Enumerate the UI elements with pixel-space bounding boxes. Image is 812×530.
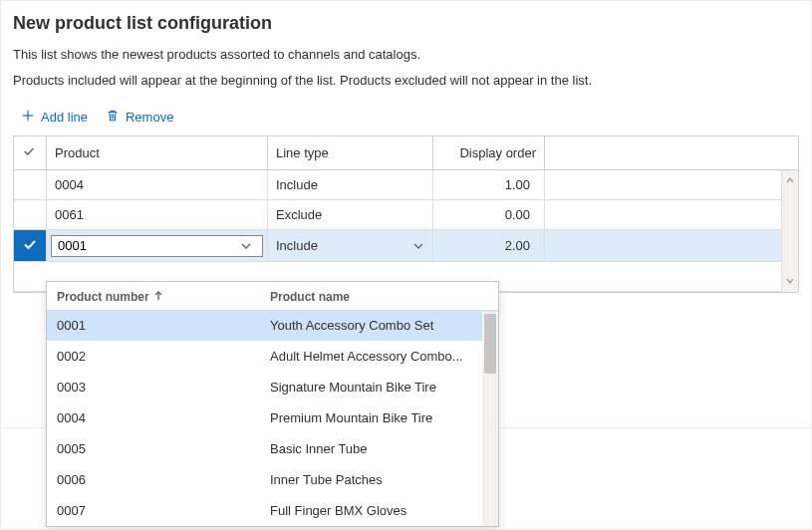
- dropdown-col-number-label: Product number: [57, 290, 149, 304]
- product-grid: Product Line type Display order 0004 Inc…: [14, 136, 798, 292]
- table-row[interactable]: 0004 Include 1.00: [14, 170, 798, 200]
- dropdown-item-name: Basic Inner Tube: [270, 441, 488, 456]
- dropdown-header: Product number Product name: [47, 282, 498, 310]
- remove-button[interactable]: Remove: [106, 109, 173, 126]
- chevron-down-icon[interactable]: [240, 240, 252, 252]
- linetype-cell[interactable]: Include: [268, 170, 433, 200]
- toolbar: Add line Remove: [1, 93, 811, 135]
- sort-ascending-icon: [153, 290, 163, 304]
- chevron-down-icon[interactable]: [412, 240, 424, 252]
- dropdown-item[interactable]: 0002 Adult Helmet Accessory Combo...: [47, 341, 498, 372]
- product-cell[interactable]: 0004: [47, 170, 268, 200]
- order-cell[interactable]: 0.00: [433, 200, 545, 230]
- dropdown-item-number: 0004: [57, 410, 270, 425]
- spacer-cell: [545, 200, 799, 230]
- product-lookup-dropdown[interactable]: Product number Product name 0001 Youth A…: [46, 281, 499, 527]
- dropdown-item-name: Full Finger BMX Gloves: [270, 503, 488, 518]
- table-row[interactable]: 0061 Exclude 0.00: [14, 200, 798, 230]
- dropdown-item[interactable]: 0003 Signature Mountain Bike Tire: [47, 372, 498, 402]
- dropdown-item-number: 0005: [57, 441, 270, 456]
- scroll-down-icon[interactable]: [785, 274, 795, 289]
- product-input[interactable]: [58, 238, 240, 253]
- row-select-cell[interactable]: [14, 230, 47, 262]
- check-icon: [22, 144, 36, 161]
- dropdown-item-name: Adult Helmet Accessory Combo...: [270, 349, 488, 364]
- select-all-header[interactable]: [14, 136, 47, 170]
- page-description-line2: Products included will appear at the beg…: [1, 68, 811, 94]
- spacer-cell: [545, 230, 799, 262]
- scrollbar-thumb[interactable]: [484, 314, 496, 374]
- dropdown-item[interactable]: 0001 Youth Accessory Combo Set: [47, 310, 498, 341]
- check-icon: [22, 240, 38, 255]
- column-header-order[interactable]: Display order: [433, 136, 545, 170]
- table-row[interactable]: Include 2.00: [14, 230, 798, 262]
- dropdown-item-name: Youth Accessory Combo Set: [270, 318, 488, 333]
- scroll-up-icon[interactable]: [785, 173, 795, 188]
- dropdown-column-name[interactable]: Product name: [270, 290, 488, 304]
- plus-icon: [21, 109, 35, 126]
- dropdown-item-name: Inner Tube Patches: [270, 472, 488, 487]
- dropdown-column-number[interactable]: Product number: [57, 290, 270, 304]
- row-select-cell[interactable]: [14, 170, 47, 200]
- column-header-product[interactable]: Product: [47, 136, 268, 170]
- dropdown-item-number: 0001: [57, 318, 270, 333]
- dropdown-scrollbar[interactable]: [482, 312, 498, 526]
- dropdown-item[interactable]: 0005 Basic Inner Tube: [47, 433, 498, 464]
- order-cell[interactable]: 1.00: [433, 170, 545, 200]
- row-select-cell[interactable]: [14, 200, 47, 230]
- dropdown-item-number: 0002: [57, 349, 270, 364]
- page-description-line1: This list shows the newest products asso…: [1, 42, 811, 68]
- linetype-value: Include: [276, 238, 318, 253]
- linetype-cell[interactable]: Include: [268, 230, 433, 262]
- column-header-spacer: [545, 136, 799, 170]
- spacer-cell: [545, 170, 799, 200]
- column-header-linetype[interactable]: Line type: [268, 136, 433, 170]
- dropdown-item-number: 0006: [57, 472, 270, 487]
- add-line-button[interactable]: Add line: [21, 109, 88, 126]
- trash-icon: [106, 109, 120, 126]
- linetype-cell[interactable]: Exclude: [268, 200, 433, 230]
- product-cell[interactable]: [47, 230, 268, 262]
- order-cell[interactable]: 2.00: [433, 230, 545, 262]
- dropdown-item[interactable]: 0006 Inner Tube Patches: [47, 464, 498, 495]
- dropdown-item-number: 0003: [57, 380, 270, 395]
- dropdown-item-name: Signature Mountain Bike Tire: [270, 380, 488, 395]
- dropdown-item-name: Premium Mountain Bike Tire: [270, 410, 488, 425]
- page-title: New product list configuration: [1, 1, 811, 42]
- add-line-label: Add line: [41, 110, 88, 125]
- grid-container: Product Line type Display order 0004 Inc…: [13, 135, 799, 293]
- dropdown-item[interactable]: 0007 Full Finger BMX Gloves: [47, 495, 498, 526]
- dropdown-item-number: 0007: [57, 503, 270, 518]
- remove-label: Remove: [126, 110, 173, 125]
- product-cell[interactable]: 0061: [47, 200, 268, 230]
- grid-header-row: Product Line type Display order: [14, 136, 798, 170]
- dropdown-item[interactable]: 0004 Premium Mountain Bike Tire: [47, 402, 498, 433]
- vertical-scrollbar[interactable]: [781, 170, 798, 292]
